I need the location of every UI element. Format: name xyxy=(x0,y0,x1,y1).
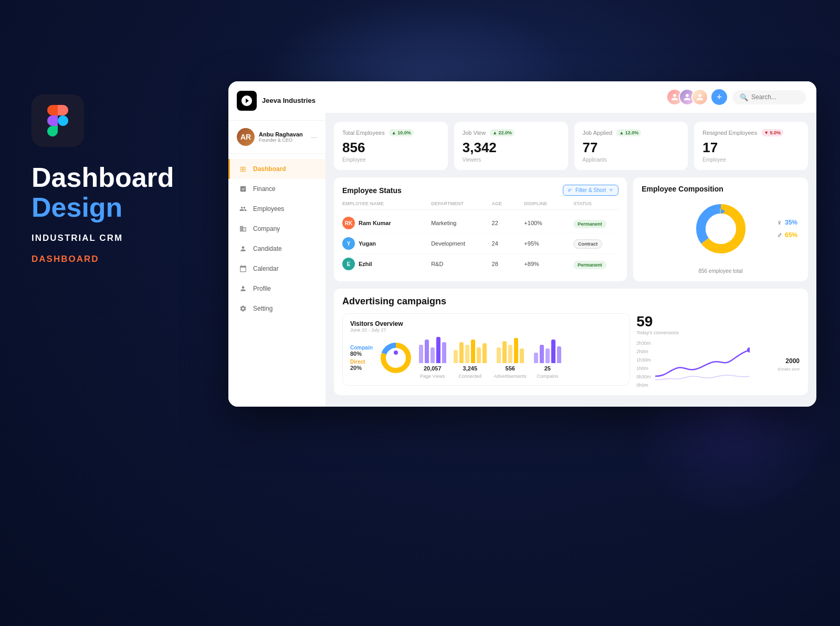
table-row: E Ezhil R&D 28 +89% Permanent xyxy=(342,254,618,274)
middle-row: Employee Status Filter & Short Employee … xyxy=(334,177,808,281)
calendar-icon xyxy=(238,264,248,273)
emails-label: Emails sent xyxy=(778,367,800,372)
search-icon: 🔍 xyxy=(740,93,748,101)
company-logo: Jeeva Industries xyxy=(228,81,326,121)
advertising-section: Advertising campaigns Visitors Overview … xyxy=(334,289,808,395)
stat-card-resigned: Resigned Employees ▼ 5.0% 17 Employee xyxy=(694,122,808,170)
user-more-btn[interactable]: ··· xyxy=(311,133,317,141)
dashboard-window: Jeeva Industries AR Anbu Raghavan Founde… xyxy=(228,81,816,407)
sidebar: Jeeva Industries AR Anbu Raghavan Founde… xyxy=(228,81,326,407)
nav-menu: ⊞ Dashboard Finance Employees Company xyxy=(228,154,326,407)
company-icon xyxy=(237,91,257,111)
user-avatar: AR xyxy=(237,128,255,146)
stat-sub-employees: Employee xyxy=(342,157,439,163)
sidebar-item-label: Company xyxy=(253,225,280,232)
search-bar[interactable]: 🔍 xyxy=(732,90,806,104)
employee-total-label: 856 employee total xyxy=(642,268,800,274)
table-row: Y Yugan Development 24 +95% Contract xyxy=(342,234,618,254)
sidebar-item-dashboard[interactable]: ⊞ Dashboard xyxy=(228,159,326,179)
status-badge: Contract xyxy=(573,239,602,249)
bar-chart-ads: 556 Advertisements xyxy=(494,337,527,379)
visitors-date: June 20 - July 27 xyxy=(350,327,622,333)
stat-card-job-view: Job View ▲ 22.0% 3,342 Viewers xyxy=(454,122,568,170)
emails-value: 2000 xyxy=(785,357,800,365)
brand-title: DashboardDesign xyxy=(32,163,178,222)
stat-value-resigned: 17 xyxy=(702,140,800,156)
sidebar-item-calendar[interactable]: Calendar xyxy=(228,259,326,279)
emails-sent: 2000 Emails sent xyxy=(778,357,800,372)
svg-point-7 xyxy=(747,347,750,353)
header: + 🔍 xyxy=(326,81,816,113)
stat-sub-jobview: Viewers xyxy=(463,157,560,163)
sidebar-item-label: Calendar xyxy=(253,265,279,272)
advertising-row: Visitors Overview June 20 - July 27 Comp… xyxy=(342,313,800,388)
avatar: Y xyxy=(342,237,355,250)
sidebar-item-finance[interactable]: Finance xyxy=(228,179,326,199)
sidebar-item-employees[interactable]: Employees xyxy=(228,199,326,219)
stat-value-jobapplied: 77 xyxy=(583,140,680,156)
finance-icon xyxy=(238,184,248,194)
header-avatar-3 xyxy=(691,89,708,105)
filter-short-button[interactable]: Filter & Short xyxy=(563,185,618,196)
bar-chart-campaigns: 25 Compains xyxy=(534,337,561,379)
content-area: Total Employees ▲ 10.0% 856 Employee Job… xyxy=(326,113,816,407)
sidebar-item-candidate[interactable]: Candidate xyxy=(228,239,326,259)
avatar: E xyxy=(342,258,355,270)
table-row: RK Ram Kumar Marketing 22 +100% Permanen… xyxy=(342,213,618,234)
stat-badge-jobapplied: ▲ 12.0% xyxy=(616,129,641,136)
stat-badge-jobview: ▲ 22.0% xyxy=(490,129,514,136)
user-info: Anbu Raghavan Founder & CEO xyxy=(259,131,311,143)
brand-subtitle: INDUSTRIAL CRM DASHBOARD xyxy=(32,233,178,264)
sidebar-item-label: Employees xyxy=(253,205,284,213)
svg-point-6 xyxy=(394,351,398,355)
svg-point-2 xyxy=(706,214,736,244)
sidebar-item-profile[interactable]: Profile xyxy=(228,279,326,299)
candidate-icon xyxy=(238,244,248,253)
sidebar-item-label: Setting xyxy=(253,305,272,312)
user-profile: AR Anbu Raghavan Founder & CEO ··· xyxy=(228,121,326,154)
ring-chart xyxy=(380,342,412,374)
status-badge: Permanent xyxy=(573,220,606,228)
conversions-card: 59 Today's conversions xyxy=(636,313,679,335)
conversions-label: Today's conversions xyxy=(636,330,679,335)
stat-badge-resigned: ▼ 5.0% xyxy=(761,129,783,136)
setting-icon xyxy=(238,304,248,313)
conversions-value: 59 xyxy=(636,313,679,330)
sidebar-item-label: Candidate xyxy=(253,245,282,252)
time-labels: 2h30m 2h0m 1h30m 1h0m 0h30m 0h0m xyxy=(636,341,651,388)
search-input[interactable] xyxy=(751,93,799,101)
visitors-labels: Compain 80% Direct 20% xyxy=(350,345,373,371)
stats-row: Total Employees ▲ 10.0% 856 Employee Job… xyxy=(334,122,808,170)
table-header: Employee Name Department Age Disipline S… xyxy=(342,201,618,210)
avatar-group: + xyxy=(666,89,727,105)
profile-icon xyxy=(238,284,248,293)
stat-sub-resigned: Employee xyxy=(702,157,800,163)
add-member-button[interactable]: + xyxy=(711,89,727,105)
advertising-title: Advertising campaigns xyxy=(342,296,800,307)
employee-status-title: Employee Status xyxy=(342,186,402,195)
branding-panel: DashboardDesign INDUSTRIAL CRM DASHBOARD xyxy=(32,94,178,264)
figma-logo xyxy=(32,94,84,147)
stat-badge-employees: ▲ 10.0% xyxy=(389,129,414,136)
stat-card-total-employees: Total Employees ▲ 10.0% 856 Employee xyxy=(334,122,448,170)
wave-svg xyxy=(655,342,750,384)
employee-status-card: Employee Status Filter & Short Employee … xyxy=(334,177,627,281)
sidebar-item-company[interactable]: Company xyxy=(228,219,326,239)
dashboard-icon: ⊞ xyxy=(238,164,248,174)
avatar: RK xyxy=(342,217,355,229)
employees-icon xyxy=(238,204,248,214)
composition-title: Employee Composition xyxy=(642,185,800,193)
sidebar-item-setting[interactable]: Setting xyxy=(228,299,326,319)
employee-composition-card: Employee Composition ♀ 35% xyxy=(633,177,808,281)
main-content: + 🔍 Total Employees ▲ 10.0% 856 Employee xyxy=(326,81,816,407)
stat-value-jobview: 3,342 xyxy=(463,140,560,156)
wave-chart xyxy=(655,342,774,386)
status-badge: Permanent xyxy=(573,261,606,269)
visitors-title: Visitors Overview xyxy=(350,320,622,327)
bar-chart-pageviews: 20,057 Page Views xyxy=(419,337,446,379)
stat-card-job-applied: Job Applied ▲ 12.0% 77 Applicants xyxy=(574,122,688,170)
conversions-panel: 59 Today's conversions 2h30m 2h0m 1h30m … xyxy=(636,313,800,388)
sidebar-item-label: Dashboard xyxy=(253,165,286,173)
stat-sub-jobapplied: Applicants xyxy=(583,157,680,163)
visitors-card: Visitors Overview June 20 - July 27 Comp… xyxy=(342,313,630,386)
